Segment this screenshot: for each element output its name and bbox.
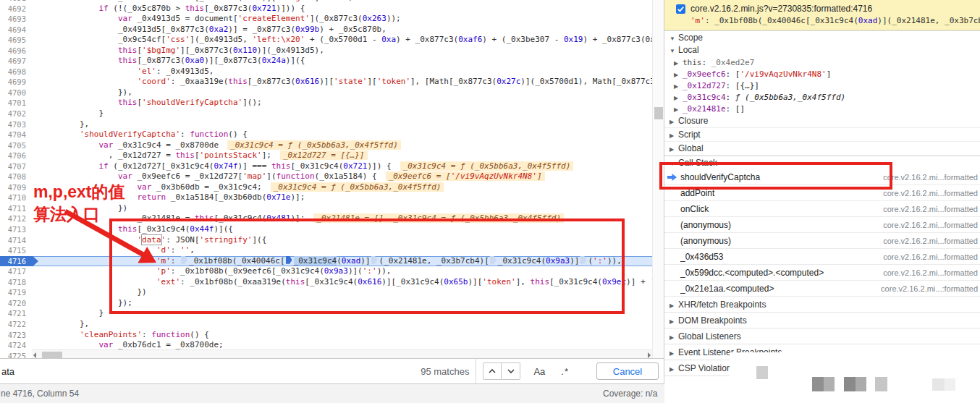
code-line-4723[interactable]: 4723 'cleanPoints': function() { — [0, 330, 652, 341]
frame-source[interactable]: core.v2.16.2.mi...formatted — [883, 169, 978, 185]
scope-group-closure[interactable]: ▶Closure — [664, 114, 980, 128]
vertical-scrollbar[interactable] — [652, 0, 664, 359]
call-stack-frame[interactable]: onClickcore.v2.16.2.mi...formatted — [664, 201, 980, 217]
code-line-4722[interactable]: 4722 }, — [0, 319, 652, 330]
gutter-line-number[interactable]: 4711 — [0, 203, 32, 214]
scope-section-header[interactable]: ▼Scope — [664, 30, 980, 44]
gutter-line-number[interactable]: 4708 — [0, 171, 32, 182]
gutter-line-number[interactable]: 4724 — [0, 340, 32, 351]
gutter-line-number[interactable]: 4706 — [0, 150, 32, 161]
code-line-4698[interactable]: 4698 'el': _0x4913d5, — [0, 67, 652, 77]
gutter-line-number[interactable]: 4722 — [0, 319, 32, 330]
gutter-line-number[interactable]: 4707 — [0, 161, 32, 172]
scope-local-header[interactable]: ▼Local — [664, 44, 980, 56]
inline-breakpoint-icon[interactable] — [580, 256, 586, 264]
code-line-4697[interactable]: 4697 this[_0x877c3(0xa0)][_0x877c3(0x24a… — [0, 56, 652, 67]
code-line-4713[interactable]: 4713 this[_0x31c9c4(0x44f)]({ — [0, 224, 652, 235]
code-line-4707[interactable]: 4707 if (_0x12d727[_0x31c9c4(0x74f)] ===… — [0, 161, 652, 172]
gutter-line-number[interactable]: 4715 — [0, 245, 32, 256]
gutter-line-number[interactable]: 4692 — [0, 4, 32, 14]
gutter-line-number[interactable]: 4718 — [0, 277, 32, 288]
call-stack-frame[interactable]: _0x436d53core.v2.16.2.mi...formatted — [664, 249, 980, 265]
code-line-4700[interactable]: 4700 }), — [0, 88, 652, 98]
breakpoint-entry[interactable]: core.v2.16.2.min.js?v=2730835:formatted:… — [664, 0, 980, 30]
code-line-4703[interactable]: 4703 }, — [0, 119, 652, 130]
code-line-4701[interactable]: 4701 this['shouldVerifyCaptcha'](); — [0, 98, 652, 109]
gutter-line-number[interactable]: 4704 — [0, 130, 32, 140]
frame-source[interactable]: core.v2.16.2.mi...formatted — [883, 249, 978, 265]
gutter-line-number[interactable]: 4713 — [0, 224, 32, 235]
gutter-line-number[interactable]: 4694 — [0, 25, 32, 35]
call-stack-frame[interactable]: addPointcore.v2.16.2.mi...formatted — [664, 185, 980, 201]
gutter-line-number[interactable]: 4723 — [0, 330, 32, 341]
scope-group-script[interactable]: ▶Script — [664, 128, 980, 142]
gutter-line-number[interactable]: 4720 — [0, 298, 32, 309]
code-line-4696[interactable]: 4696 this['$bgImg'][_0x877c3(0x110)](_0x… — [0, 46, 652, 56]
code-line-4692[interactable]: 4692 if (!(_0x5c870b > this[_0x877c3(0x7… — [0, 4, 652, 14]
call-stack-frame[interactable]: (anonymous)core.v2.16.2.mi...formatted — [664, 233, 980, 249]
sidebar-section[interactable]: ▶XHR/fetch Breakpoints — [664, 297, 980, 313]
code-line-4720[interactable]: 4720 }); — [0, 298, 652, 309]
gutter-line-number[interactable]: 4702 — [0, 109, 32, 119]
code-line-4695[interactable]: 4695 _0x9c54cf['css'](_0x4913d5, 'left:\… — [0, 35, 652, 46]
inline-breakpoint-icon[interactable] — [181, 256, 187, 264]
code-line-4706[interactable]: 4706 , _0x12d727 = this['pointsStack'];_… — [0, 150, 652, 161]
frame-source[interactable]: core.v2.16.2.mi...formatted — [883, 233, 978, 249]
gutter-line-number[interactable]: 4703 — [0, 119, 32, 130]
scope-variable[interactable]: ▶_0x9eefc6: ['/vi9vAqzUvNkr4N8'] — [664, 68, 980, 80]
gutter-line-number[interactable]: 4705 — [0, 140, 32, 151]
code-line-4693[interactable]: 4693 var _0x4913d5 = document['createEle… — [0, 14, 652, 25]
sidebar-section[interactable]: ▶DOM Breakpoints — [664, 313, 980, 328]
code-line-4717[interactable]: 4717 'p': _0x1bf08b(_0x9eefc6[_0x31c9c4(… — [0, 266, 652, 277]
code-line-4716[interactable]: 4716 'm': _0x1bf08b(_0x40046c[_0x31c9c4(… — [0, 256, 652, 267]
search-input[interactable] — [1, 366, 421, 377]
frame-source[interactable]: core.v2.16.2.mi...formatted — [883, 265, 978, 281]
code-line-4718[interactable]: 4718 'ext': _0x1bf08b(_0xaa319e(this[_0x… — [0, 277, 652, 288]
call-stack-frame[interactable]: (anonymous)core.v2.16.2.mi...formatted — [664, 217, 980, 233]
match-case-toggle[interactable]: Aa — [533, 366, 545, 377]
code-line-4699[interactable]: 4699 'coord': _0xaa319e(this[_0x877c3(0x… — [0, 77, 652, 88]
frame-source[interactable]: core.v2.16.2.mi...formatted — [883, 201, 978, 217]
search-previous-button[interactable] — [483, 362, 502, 380]
gutter-line-number[interactable]: 4699 — [0, 77, 32, 88]
code-line-4704[interactable]: 4704 'shouldVerifyCaptcha': function() { — [0, 130, 652, 140]
gutter-line-number[interactable]: 4697 — [0, 56, 32, 67]
gutter-line-number[interactable]: 4719 — [0, 287, 32, 298]
gutter-line-number[interactable]: 4695 — [0, 35, 32, 46]
code-line-4715[interactable]: 4715 'd': '', — [0, 245, 652, 256]
breakpoint-checkbox[interactable] — [676, 4, 685, 14]
gutter-line-number[interactable]: 4714 — [0, 235, 32, 246]
scope-variable[interactable]: ▶_0x12d727: [{…}] — [664, 80, 980, 91]
call-stack-frame[interactable]: shouldVerifyCaptchacore.v2.16.2.mi...for… — [664, 169, 980, 185]
scroll-right-icon[interactable] — [648, 352, 651, 358]
gutter-line-number[interactable]: 4716 — [0, 256, 32, 267]
vertical-scrollbar-thumb[interactable] — [654, 107, 663, 119]
horizontal-scrollbar-thumb[interactable] — [42, 352, 62, 358]
scroll-left-icon[interactable] — [33, 352, 36, 358]
call-stack-frame[interactable]: _0x21e1aa.<computed>core.v2.16.2.mi...:f… — [664, 281, 980, 297]
code-line-4694[interactable]: 4694 _0x4913d5[_0x877c3(0xa2)] = _0x877c… — [0, 25, 652, 35]
frame-source[interactable]: core.v2.16.2.mi...:formatted — [881, 281, 978, 297]
code-line-4714[interactable]: 4714 'data': JSON['stringify']({ — [0, 235, 652, 246]
gutter-line-number[interactable]: 4693 — [0, 14, 32, 25]
inline-breakpoint-active-icon[interactable] — [286, 256, 292, 264]
sidebar-section[interactable]: ▶Global Listeners — [664, 328, 980, 344]
inline-breakpoint-icon[interactable] — [490, 256, 497, 264]
cancel-button[interactable]: Cancel — [596, 362, 659, 380]
code-line-4702[interactable]: 4702 } — [0, 109, 652, 119]
gutter-line-number[interactable]: 4709 — [0, 182, 32, 193]
gutter-line-number[interactable]: 4701 — [0, 98, 32, 109]
gutter-line-number[interactable]: 4712 — [0, 213, 32, 224]
gutter-line-number[interactable]: 4710 — [0, 192, 32, 203]
regex-toggle[interactable]: .* — [561, 366, 569, 377]
inline-breakpoint-icon[interactable] — [371, 256, 378, 264]
gutter-line-number[interactable]: 4700 — [0, 88, 32, 98]
search-next-button[interactable] — [502, 362, 520, 380]
frame-source[interactable]: core.v2.16.2.mi...formatted — [883, 217, 978, 233]
code-line-4721[interactable]: 4721 } — [0, 308, 652, 319]
frame-source[interactable]: core.v2.16.2.mi...formatted — [883, 185, 978, 201]
code-line-4719[interactable]: 4719 }) — [0, 287, 652, 298]
call-stack-frame[interactable]: _0x599dcc.<computed>.<computed>core.v2.1… — [664, 265, 980, 281]
scope-variable[interactable]: ▶_0x31c9c4: ƒ (_0x5bb6a3,_0x4f5ffd) — [664, 91, 980, 103]
scope-variable[interactable]: ▶_0x21481e: [] — [664, 103, 980, 114]
